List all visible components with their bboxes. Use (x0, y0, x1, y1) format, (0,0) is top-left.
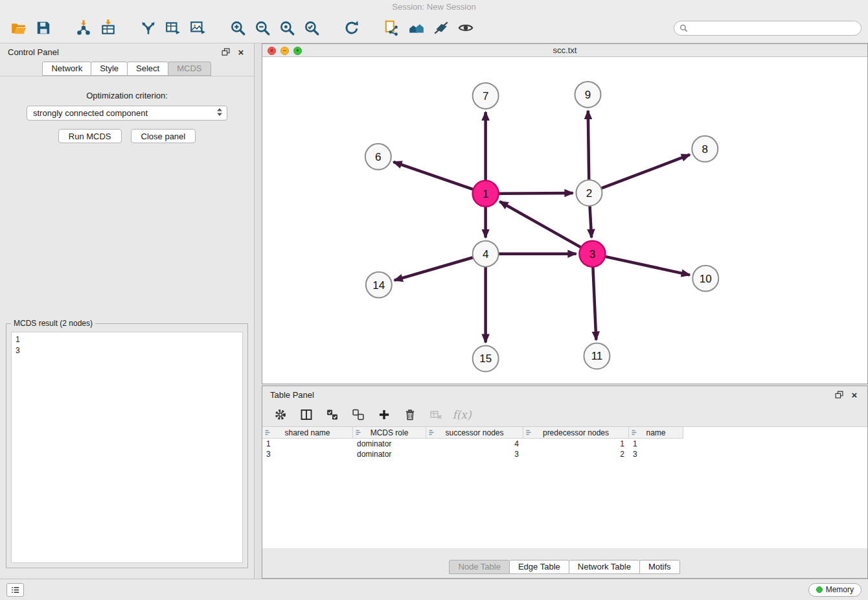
refresh-button[interactable] (339, 16, 364, 40)
new-table-button[interactable] (161, 16, 185, 40)
network-canvas-svg[interactable]: 7968124314101511 (262, 57, 867, 384)
node-label: 3 (589, 248, 595, 260)
tab-edge-table[interactable]: Edge Table (509, 560, 569, 574)
network-node-6[interactable]: 6 (365, 143, 391, 169)
node-label: 7 (483, 89, 488, 102)
gear-icon (274, 408, 287, 421)
network-node-10[interactable]: 10 (692, 265, 718, 291)
column-header-predecessor-nodes[interactable]: predecessor nodes (523, 427, 629, 439)
network-node-3[interactable]: 3 (579, 240, 605, 266)
close-table-panel-icon[interactable]: × (849, 389, 860, 400)
run-mcds-button[interactable]: Run MCDS (58, 129, 122, 143)
node-label: 8 (702, 143, 708, 155)
delete-table-button[interactable] (426, 405, 446, 424)
tab-style[interactable]: Style (91, 62, 128, 76)
trash-icon (404, 408, 417, 421)
deselect-all-button[interactable] (348, 405, 369, 424)
network-node-1[interactable]: 1 (473, 180, 499, 206)
table-settings-button[interactable] (270, 405, 291, 424)
close-panel-button[interactable]: Close panel (131, 129, 196, 143)
node-table[interactable]: shared nameMCDS rolesuccessor nodesprede… (262, 426, 867, 548)
edge-2-3[interactable] (590, 205, 592, 237)
mcds-panel: Optimization criterion: strongly connect… (0, 76, 254, 143)
export-image-button[interactable] (185, 16, 210, 40)
window-minimize-icon[interactable]: − (280, 47, 289, 55)
import-network-button[interactable] (71, 16, 96, 40)
edge-1-2[interactable] (499, 192, 573, 193)
column-label: successor nodes (426, 428, 523, 437)
zoom-selected-button[interactable] (299, 16, 324, 40)
tab-network-table[interactable]: Network Table (569, 560, 640, 574)
deselect-all-icon (352, 408, 365, 421)
window-maximize-icon[interactable]: + (293, 47, 302, 55)
zoom-in-button[interactable] (225, 16, 250, 40)
node-label: 10 (700, 272, 712, 284)
search-input[interactable] (691, 23, 856, 32)
import-table-button[interactable] (96, 16, 120, 40)
column-header-name[interactable]: name (629, 427, 683, 439)
close-panel-icon[interactable]: × (236, 47, 246, 57)
select-all-icon (326, 408, 339, 421)
open-session-button[interactable] (6, 16, 31, 40)
float-table-panel-icon[interactable] (834, 389, 844, 400)
duplicate-network-button[interactable] (380, 16, 404, 40)
edge-1-6[interactable] (393, 161, 473, 189)
network-node-8[interactable]: 8 (692, 135, 718, 161)
zoom-out-button[interactable] (250, 16, 275, 40)
show-column-button[interactable] (296, 405, 317, 424)
function-builder-button[interactable]: f(x) (451, 405, 472, 424)
column-header-shared-name[interactable]: shared name (262, 427, 353, 439)
select-all-button[interactable] (322, 405, 343, 424)
tab-network[interactable]: Network (42, 62, 91, 76)
node-label: 4 (483, 248, 488, 260)
node-label: 1 (483, 187, 488, 200)
houses-icon (408, 19, 425, 36)
save-session-button[interactable] (31, 16, 56, 40)
tab-select[interactable]: Select (127, 62, 168, 76)
import-table-icon (100, 19, 117, 36)
network-node-2[interactable]: 2 (576, 179, 602, 205)
network-node-7[interactable]: 7 (473, 83, 499, 109)
memory-button[interactable]: Memory (808, 583, 862, 597)
edge-3-1[interactable] (499, 202, 581, 248)
float-panel-icon[interactable] (220, 47, 231, 57)
table-arrow-icon (165, 19, 181, 36)
column-header-MCDS-role[interactable]: MCDS role (353, 427, 426, 439)
zoom-selected-icon (303, 19, 320, 36)
zoom-fit-button[interactable] (275, 16, 299, 40)
home-layout-button[interactable] (404, 16, 429, 40)
table-tabs-bar: Node TableEdge TableNetwork TableMotifs (262, 548, 867, 578)
column-header-successor-nodes[interactable]: successor nodes (426, 427, 523, 439)
criterion-dropdown[interactable]: strongly connected component (27, 106, 227, 121)
network-node-14[interactable]: 14 (366, 271, 392, 297)
new-network-button[interactable] (136, 16, 161, 40)
sort-icon (631, 429, 638, 436)
table-row[interactable]: 3dominator323 (262, 449, 867, 459)
hide-graphics-details-button[interactable] (429, 16, 453, 40)
edge-4-14[interactable] (394, 257, 474, 280)
cell: 3 (262, 449, 353, 459)
table-panel-tabs: Node TableEdge TableNetwork TableMotifs (450, 560, 680, 574)
network-node-4[interactable]: 4 (473, 240, 499, 266)
network-canvas[interactable]: 7968124314101511 (262, 57, 867, 384)
delete-row-button[interactable] (400, 405, 420, 424)
tab-motifs[interactable]: Motifs (639, 560, 680, 574)
network-node-15[interactable]: 15 (473, 345, 499, 371)
mcds-result-list[interactable]: 13 (11, 332, 243, 563)
edge-3-10[interactable] (605, 256, 690, 274)
edge-3-11[interactable] (593, 266, 596, 340)
network-node-11[interactable]: 11 (584, 343, 610, 369)
add-row-button[interactable] (374, 405, 394, 424)
global-search-field[interactable] (674, 21, 862, 36)
edge-2-9[interactable] (588, 110, 589, 179)
table-row[interactable]: 1dominator411 (262, 439, 867, 449)
show-graphics-details-button[interactable] (453, 16, 478, 40)
network-node-9[interactable]: 9 (575, 82, 600, 108)
tab-node-table[interactable]: Node Table (449, 560, 510, 574)
zoom-out-icon (254, 19, 271, 36)
task-history-button[interactable] (6, 583, 24, 597)
window-close-icon[interactable]: × (268, 47, 276, 55)
edge-2-8[interactable] (601, 154, 690, 188)
window-titlebar: Session: New Session (0, 0, 868, 13)
tab-mcds[interactable]: MCDS (168, 62, 211, 76)
